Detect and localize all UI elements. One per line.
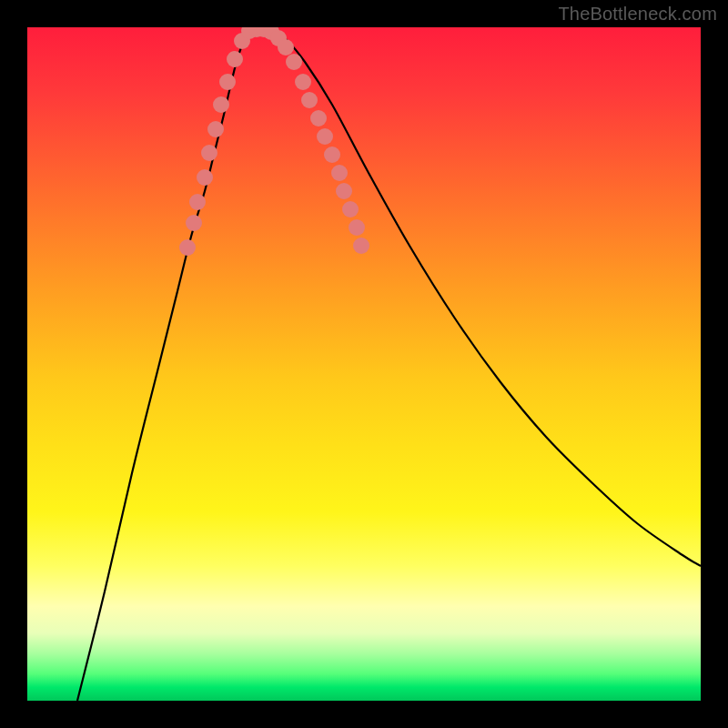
highlight-dots-group bbox=[179, 27, 369, 256]
highlight-dot bbox=[189, 194, 206, 210]
highlight-dot bbox=[201, 145, 217, 161]
highlight-dot bbox=[197, 169, 213, 186]
highlight-dot bbox=[317, 128, 333, 145]
highlight-dot bbox=[349, 219, 365, 236]
chart-svg bbox=[27, 27, 701, 701]
highlight-dot bbox=[310, 110, 327, 126]
highlight-dot bbox=[286, 54, 302, 70]
highlight-dot bbox=[278, 39, 294, 56]
highlight-dot bbox=[324, 147, 340, 163]
highlight-dot bbox=[301, 92, 318, 108]
highlight-dot bbox=[219, 74, 236, 90]
highlight-dot bbox=[336, 183, 352, 199]
bottleneck-curve bbox=[77, 29, 701, 701]
highlight-dot bbox=[331, 165, 348, 181]
highlight-dot bbox=[213, 96, 229, 113]
highlight-dot bbox=[342, 201, 359, 217]
plot-area bbox=[27, 27, 701, 701]
highlight-dot bbox=[353, 238, 369, 254]
watermark-text: TheBottleneck.com bbox=[558, 4, 717, 25]
highlight-dot bbox=[295, 74, 311, 90]
outer-frame: TheBottleneck.com bbox=[0, 0, 728, 728]
highlight-dot bbox=[179, 239, 196, 256]
highlight-dot bbox=[186, 215, 202, 231]
highlight-dot bbox=[227, 51, 243, 67]
highlight-dot bbox=[207, 121, 224, 137]
